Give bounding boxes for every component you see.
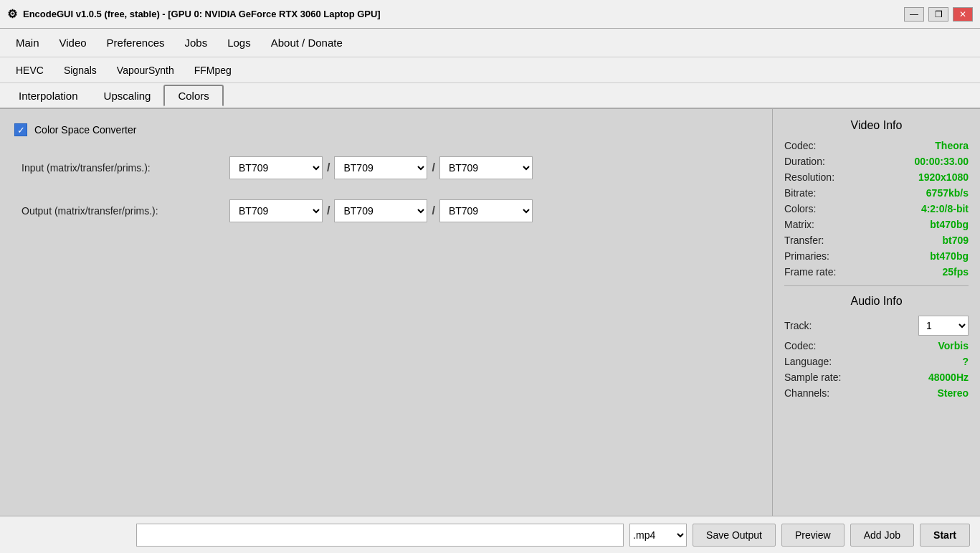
input-matrix-select[interactable]: BT709 BT601 BT2020 — [229, 156, 323, 179]
video-info-title: Video Info — [784, 119, 969, 132]
window-title: EncodeGUI v1.0.5 (free, stable) - [GPU 0… — [23, 9, 381, 19]
video-transfer-value: bt709 — [942, 235, 969, 246]
video-info-matrix-row: Matrix: bt470bg — [784, 217, 969, 232]
menu-item-logs[interactable]: Logs — [217, 32, 261, 53]
separator-1: / — [327, 161, 330, 174]
video-info-bitrate-row: Bitrate: 6757kb/s — [784, 185, 969, 201]
nav-item-hevc[interactable]: HEVC — [6, 61, 54, 80]
audio-track-select[interactable]: 1 2 — [918, 316, 969, 336]
audio-channels-value: Stereo — [937, 387, 969, 399]
input-transfer-select[interactable]: BT709 BT601 BT2020 — [334, 156, 427, 179]
start-button[interactable]: Start — [920, 524, 970, 547]
input-prims-select[interactable]: BT709 BT601 BT2020 — [439, 156, 533, 179]
color-space-checkbox[interactable]: ✓ — [14, 123, 27, 136]
audio-language-value: ? — [962, 356, 969, 367]
video-codec-value: Theora — [935, 140, 969, 151]
audio-info-title: Audio Info — [784, 295, 969, 308]
tab-colors[interactable]: Colors — [163, 85, 223, 107]
app-icon: ⚙ — [7, 7, 17, 21]
audio-channels-label: Channels: — [784, 387, 829, 399]
video-resolution-label: Resolution: — [784, 171, 834, 183]
tab-upscaling[interactable]: Upscaling — [91, 86, 164, 105]
video-transfer-label: Transfer: — [784, 235, 824, 246]
output-path-input[interactable] — [136, 524, 624, 547]
audio-samplerate-value: 48000Hz — [928, 372, 969, 383]
menu-item-video[interactable]: Video — [49, 32, 97, 53]
save-output-button[interactable]: Save Output — [693, 524, 776, 547]
nav-item-vapoursynth[interactable]: VapourSynth — [107, 61, 184, 80]
video-duration-value: 00:00:33.00 — [914, 156, 969, 167]
secondary-nav: HEVC Signals VapourSynth FFMpeg — [0, 57, 980, 83]
menu-item-main[interactable]: Main — [6, 32, 49, 53]
video-info-primaries-row: Primaries: bt470bg — [784, 248, 969, 264]
video-colors-label: Colors: — [784, 203, 816, 214]
video-info-transfer-row: Transfer: bt709 — [784, 232, 969, 248]
audio-codec-value: Vorbis — [938, 340, 969, 351]
output-prims-select[interactable]: BT709 BT601 BT2020 — [439, 199, 533, 222]
video-duration-label: Duration: — [784, 156, 825, 167]
video-info-colors-row: Colors: 4:2:0/8-bit — [784, 201, 969, 217]
input-matrix-selects: BT709 BT601 BT2020 / BT709 BT601 BT2020 … — [229, 156, 533, 179]
input-matrix-label: Input (matrix/transfer/prims.): — [22, 162, 222, 174]
bottom-bar: .mp4 .mkv .avi Save Output Preview Add J… — [0, 516, 980, 553]
title-bar: ⚙ EncodeGUI v1.0.5 (free, stable) - [GPU… — [0, 0, 980, 29]
audio-codec-label: Codec: — [784, 340, 816, 351]
title-bar-left: ⚙ EncodeGUI v1.0.5 (free, stable) - [GPU… — [7, 7, 381, 21]
tab-bar: Interpolation Upscaling Colors — [0, 83, 980, 109]
menu-item-about-donate[interactable]: About / Donate — [261, 32, 353, 53]
format-select[interactable]: .mp4 .mkv .avi — [629, 524, 687, 547]
input-matrix-row: Input (matrix/transfer/prims.): BT709 BT… — [22, 156, 758, 179]
audio-info-codec-row: Codec: Vorbis — [784, 338, 969, 354]
audio-track-label: Track: — [784, 320, 812, 331]
video-bitrate-label: Bitrate: — [784, 187, 816, 199]
left-panel: ✓ Color Space Converter Input (matrix/tr… — [0, 109, 772, 516]
color-space-header: ✓ Color Space Converter — [14, 123, 758, 136]
nav-item-signals[interactable]: Signals — [54, 61, 107, 80]
maximize-button[interactable]: ❒ — [928, 7, 948, 22]
tab-interpolation[interactable]: Interpolation — [6, 86, 91, 105]
color-space-label: Color Space Converter — [34, 124, 136, 136]
video-resolution-value: 1920x1080 — [918, 171, 969, 183]
separator-4: / — [432, 204, 434, 217]
preview-button[interactable]: Preview — [781, 524, 845, 547]
video-bitrate-value: 6757kb/s — [926, 187, 969, 199]
right-panel: Video Info Codec: Theora Duration: 00:00… — [772, 109, 980, 516]
video-info-resolution-row: Resolution: 1920x1080 — [784, 169, 969, 185]
output-matrix-select[interactable]: BT709 BT601 BT2020 — [229, 199, 323, 222]
output-matrix-label: Output (matrix/transfer/prims.): — [22, 205, 222, 217]
video-info-duration-row: Duration: 00:00:33.00 — [784, 153, 969, 169]
menu-item-preferences[interactable]: Preferences — [97, 32, 175, 53]
nav-item-ffmpeg[interactable]: FFMpeg — [184, 61, 242, 80]
output-matrix-row: Output (matrix/transfer/prims.): BT709 B… — [22, 199, 758, 222]
audio-track-row: Track: 1 2 — [784, 313, 969, 338]
output-matrix-selects: BT709 BT601 BT2020 / BT709 BT601 BT2020 … — [229, 199, 533, 222]
video-matrix-label: Matrix: — [784, 219, 814, 230]
audio-samplerate-label: Sample rate: — [784, 372, 841, 383]
video-primaries-value: bt470bg — [930, 250, 969, 262]
title-bar-controls: — ❒ ✕ — [904, 7, 973, 22]
add-job-button[interactable]: Add Job — [850, 524, 914, 547]
audio-info-samplerate-row: Sample rate: 48000Hz — [784, 369, 969, 385]
video-framerate-label: Frame rate: — [784, 266, 836, 278]
audio-language-label: Language: — [784, 356, 832, 367]
minimize-button[interactable]: — — [904, 7, 924, 22]
output-transfer-select[interactable]: BT709 BT601 BT2020 — [334, 199, 427, 222]
video-codec-label: Codec: — [784, 140, 816, 151]
audio-info-channels-row: Channels: Stereo — [784, 385, 969, 401]
separator-3: / — [327, 204, 330, 217]
video-colors-value: 4:2:0/8-bit — [921, 203, 969, 214]
audio-info-language-row: Language: ? — [784, 354, 969, 369]
video-info-codec-row: Codec: Theora — [784, 138, 969, 153]
separator-2: / — [432, 161, 434, 174]
video-framerate-value: 25fps — [942, 266, 969, 278]
menu-item-jobs[interactable]: Jobs — [174, 32, 217, 53]
info-divider — [784, 285, 969, 286]
video-primaries-label: Primaries: — [784, 250, 829, 262]
video-info-framerate-row: Frame rate: 25fps — [784, 264, 969, 280]
close-button[interactable]: ✕ — [953, 7, 973, 22]
video-matrix-value: bt470bg — [930, 219, 969, 230]
menu-bar: Main Video Preferences Jobs Logs About /… — [0, 29, 980, 57]
main-content: ✓ Color Space Converter Input (matrix/tr… — [0, 109, 980, 516]
